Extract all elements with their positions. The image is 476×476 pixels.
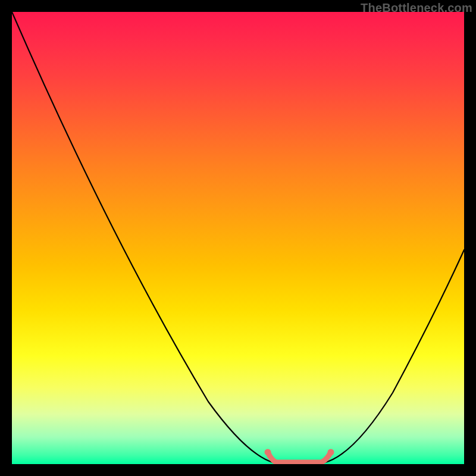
chart-container: TheBottleneck.com [0, 0, 476, 476]
curve-svg [12, 12, 464, 464]
optimal-zone-dot-left [265, 449, 271, 456]
watermark: TheBottleneck.com [361, 1, 472, 15]
curve-right-limb [324, 250, 464, 463]
optimal-zone-segment [268, 452, 331, 462]
plot-area [12, 12, 464, 464]
optimal-zone-dot-right [328, 449, 334, 456]
curve-left-limb [12, 12, 274, 463]
